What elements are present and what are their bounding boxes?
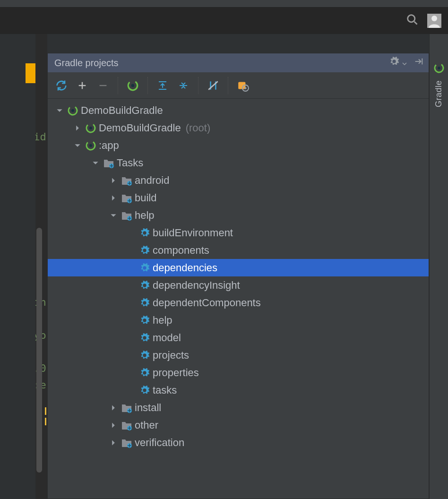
tree-item-label: other bbox=[135, 419, 158, 431]
tree-item-label: DemoBuildGradle bbox=[81, 104, 163, 117]
gear-icon bbox=[138, 280, 151, 291]
tree-row-dependentcomponents[interactable]: dependentComponents bbox=[48, 294, 429, 311]
tree-row-demobuildgradle[interactable]: DemoBuildGradle bbox=[48, 102, 429, 119]
gradle-icon bbox=[67, 105, 79, 116]
tree-item-label: build bbox=[135, 192, 156, 204]
tree-row--app[interactable]: :app bbox=[48, 137, 429, 154]
tree-item-label: components bbox=[153, 244, 209, 257]
gear-icon bbox=[138, 298, 151, 308]
svg-line-1 bbox=[414, 22, 417, 25]
right-tool-rail: Gradle bbox=[429, 34, 448, 499]
tree-row-dependencies[interactable]: dependencies bbox=[48, 259, 429, 276]
chevron-down-icon[interactable] bbox=[72, 142, 83, 149]
tree-row-other[interactable]: other bbox=[48, 416, 429, 434]
tree-row-help[interactable]: help bbox=[48, 311, 429, 329]
tree-item-label: android bbox=[135, 174, 169, 187]
tree-row-components[interactable]: components bbox=[48, 241, 429, 259]
folder-icon bbox=[121, 403, 133, 413]
tree-item-label: :app bbox=[99, 139, 119, 152]
gradle-rail-label[interactable]: Gradle bbox=[434, 80, 444, 107]
chevron-right-icon[interactable] bbox=[72, 125, 83, 131]
gradle-tree[interactable]: DemoBuildGradleDemoBuildGradle(root):app… bbox=[48, 99, 429, 451]
tree-row-tasks[interactable]: Tasks bbox=[48, 154, 429, 172]
tree-item-label: help bbox=[153, 314, 172, 327]
gear-icon bbox=[138, 385, 151, 396]
user-avatar-icon[interactable] bbox=[427, 14, 441, 28]
gear-icon bbox=[138, 245, 151, 256]
gradle-rail-icon[interactable] bbox=[433, 62, 445, 77]
panel-title: Gradle projects bbox=[54, 58, 119, 69]
folder-icon bbox=[121, 210, 133, 221]
hide-panel-icon[interactable] bbox=[414, 56, 424, 69]
tree-item-label: buildEnvironment bbox=[153, 227, 233, 239]
folder-icon bbox=[121, 438, 133, 448]
chevron-right-icon[interactable] bbox=[108, 439, 119, 446]
chevron-right-icon[interactable] bbox=[108, 404, 119, 411]
chevron-down-icon[interactable] bbox=[90, 160, 101, 166]
editor-gutter bbox=[0, 34, 35, 499]
folder-icon bbox=[121, 193, 133, 203]
chevron-right-icon[interactable] bbox=[108, 177, 119, 184]
svg-point-22 bbox=[89, 127, 92, 129]
chevron-right-icon[interactable] bbox=[108, 422, 119, 429]
tree-item-label: DemoBuildGradle bbox=[99, 122, 181, 134]
gradle-execute-button[interactable] bbox=[124, 77, 142, 95]
svg-point-18 bbox=[244, 87, 246, 89]
tree-item-label: properties bbox=[153, 367, 199, 379]
tree-row-projects[interactable]: projects bbox=[48, 346, 429, 364]
gutter-warning-badge bbox=[26, 63, 35, 83]
svg-line-15 bbox=[208, 81, 218, 89]
folder-icon bbox=[121, 175, 133, 186]
chevron-down-icon[interactable] bbox=[54, 107, 65, 114]
tree-item-suffix: (root) bbox=[186, 122, 211, 134]
tree-item-label: verification bbox=[135, 437, 184, 449]
tree-row-install[interactable]: install bbox=[48, 399, 429, 416]
gradle-projects-panel: Gradle projects bbox=[47, 53, 429, 499]
editor-visible-strip: android ) $kotlin nt-layo ner:1.0 resso:… bbox=[35, 34, 47, 499]
gradle-icon bbox=[85, 140, 97, 151]
tree-item-label: install bbox=[135, 402, 161, 414]
search-icon[interactable] bbox=[405, 13, 419, 29]
gear-icon bbox=[138, 350, 151, 361]
toggle-offline-button[interactable] bbox=[204, 77, 222, 95]
gradle-settings-button[interactable] bbox=[234, 77, 252, 95]
tree-item-label: model bbox=[153, 332, 181, 344]
remove-button[interactable] bbox=[94, 77, 112, 95]
gear-icon bbox=[138, 368, 151, 378]
tree-item-label: projects bbox=[153, 349, 189, 361]
svg-point-47 bbox=[438, 67, 440, 69]
expand-all-button[interactable] bbox=[154, 77, 172, 95]
chevron-down-icon[interactable] bbox=[402, 57, 407, 69]
gear-icon bbox=[138, 228, 151, 238]
tree-row-help[interactable]: help bbox=[48, 206, 429, 224]
svg-point-20 bbox=[71, 109, 74, 112]
tree-item-label: help bbox=[135, 209, 155, 222]
collapse-all-button[interactable] bbox=[174, 77, 192, 95]
svg-point-0 bbox=[408, 15, 415, 22]
tree-item-label: dependentComponents bbox=[153, 297, 261, 309]
svg-point-2 bbox=[431, 16, 437, 21]
tree-row-demobuildgradle[interactable]: DemoBuildGradle(root) bbox=[48, 119, 429, 137]
tree-row-dependencyinsight[interactable]: dependencyInsight bbox=[48, 276, 429, 294]
svg-point-9 bbox=[131, 84, 135, 87]
folder-icon bbox=[121, 420, 133, 430]
tree-row-buildenvironment[interactable]: buildEnvironment bbox=[48, 224, 429, 241]
tree-row-android[interactable]: android bbox=[48, 172, 429, 189]
panel-header: Gradle projects bbox=[48, 53, 429, 72]
refresh-button[interactable] bbox=[52, 77, 70, 95]
panel-settings-icon[interactable] bbox=[389, 56, 399, 69]
tree-row-build[interactable]: build bbox=[48, 189, 429, 206]
gear-icon bbox=[138, 333, 151, 343]
svg-point-24 bbox=[89, 144, 92, 147]
chevron-right-icon[interactable] bbox=[108, 195, 119, 201]
chevron-down-icon[interactable] bbox=[108, 212, 119, 219]
tree-row-verification[interactable]: verification bbox=[48, 434, 429, 451]
tree-row-tasks[interactable]: tasks bbox=[48, 381, 429, 399]
panel-toolbar bbox=[48, 72, 429, 99]
window-titlebar bbox=[0, 0, 448, 8]
tree-row-properties[interactable]: properties bbox=[48, 364, 429, 381]
tree-item-label: tasks bbox=[153, 384, 177, 396]
add-button[interactable] bbox=[73, 77, 91, 95]
folder-icon bbox=[103, 158, 115, 168]
tree-row-model[interactable]: model bbox=[48, 329, 429, 346]
